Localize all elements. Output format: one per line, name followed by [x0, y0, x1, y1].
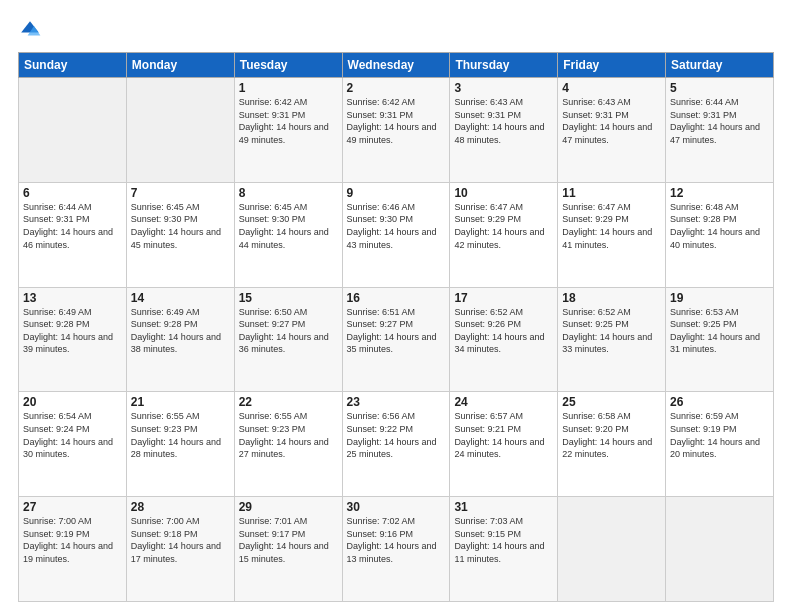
calendar-cell: 7Sunrise: 6:45 AMSunset: 9:30 PMDaylight… — [126, 182, 234, 287]
day-info: Sunrise: 7:01 AMSunset: 9:17 PMDaylight:… — [239, 516, 329, 564]
weekday-header-saturday: Saturday — [666, 53, 774, 78]
day-info: Sunrise: 6:54 AMSunset: 9:24 PMDaylight:… — [23, 411, 113, 459]
calendar-cell: 14Sunrise: 6:49 AMSunset: 9:28 PMDayligh… — [126, 287, 234, 392]
day-info: Sunrise: 6:57 AMSunset: 9:21 PMDaylight:… — [454, 411, 544, 459]
weekday-header-tuesday: Tuesday — [234, 53, 342, 78]
day-info: Sunrise: 6:44 AMSunset: 9:31 PMDaylight:… — [670, 97, 760, 145]
day-info: Sunrise: 6:46 AMSunset: 9:30 PMDaylight:… — [347, 202, 437, 250]
day-number: 12 — [670, 186, 769, 200]
day-info: Sunrise: 6:55 AMSunset: 9:23 PMDaylight:… — [131, 411, 221, 459]
calendar-cell: 9Sunrise: 6:46 AMSunset: 9:30 PMDaylight… — [342, 182, 450, 287]
day-info: Sunrise: 6:43 AMSunset: 9:31 PMDaylight:… — [562, 97, 652, 145]
day-info: Sunrise: 7:00 AMSunset: 9:19 PMDaylight:… — [23, 516, 113, 564]
calendar-cell: 26Sunrise: 6:59 AMSunset: 9:19 PMDayligh… — [666, 392, 774, 497]
day-info: Sunrise: 6:52 AMSunset: 9:25 PMDaylight:… — [562, 307, 652, 355]
calendar-cell — [19, 78, 127, 183]
day-number: 16 — [347, 291, 446, 305]
calendar-cell: 21Sunrise: 6:55 AMSunset: 9:23 PMDayligh… — [126, 392, 234, 497]
calendar-week-2: 6Sunrise: 6:44 AMSunset: 9:31 PMDaylight… — [19, 182, 774, 287]
day-info: Sunrise: 6:44 AMSunset: 9:31 PMDaylight:… — [23, 202, 113, 250]
calendar-header-row: SundayMondayTuesdayWednesdayThursdayFrid… — [19, 53, 774, 78]
logo-icon — [18, 18, 42, 42]
day-number: 17 — [454, 291, 553, 305]
day-info: Sunrise: 6:50 AMSunset: 9:27 PMDaylight:… — [239, 307, 329, 355]
calendar-cell: 17Sunrise: 6:52 AMSunset: 9:26 PMDayligh… — [450, 287, 558, 392]
calendar-cell: 3Sunrise: 6:43 AMSunset: 9:31 PMDaylight… — [450, 78, 558, 183]
day-info: Sunrise: 6:59 AMSunset: 9:19 PMDaylight:… — [670, 411, 760, 459]
day-info: Sunrise: 6:45 AMSunset: 9:30 PMDaylight:… — [131, 202, 221, 250]
calendar-cell: 20Sunrise: 6:54 AMSunset: 9:24 PMDayligh… — [19, 392, 127, 497]
calendar-cell: 8Sunrise: 6:45 AMSunset: 9:30 PMDaylight… — [234, 182, 342, 287]
calendar-cell: 13Sunrise: 6:49 AMSunset: 9:28 PMDayligh… — [19, 287, 127, 392]
calendar-cell — [126, 78, 234, 183]
day-number: 30 — [347, 500, 446, 514]
calendar-cell: 30Sunrise: 7:02 AMSunset: 9:16 PMDayligh… — [342, 497, 450, 602]
day-number: 8 — [239, 186, 338, 200]
calendar-cell: 28Sunrise: 7:00 AMSunset: 9:18 PMDayligh… — [126, 497, 234, 602]
day-number: 31 — [454, 500, 553, 514]
calendar-week-4: 20Sunrise: 6:54 AMSunset: 9:24 PMDayligh… — [19, 392, 774, 497]
calendar-cell: 1Sunrise: 6:42 AMSunset: 9:31 PMDaylight… — [234, 78, 342, 183]
day-number: 6 — [23, 186, 122, 200]
calendar-cell: 18Sunrise: 6:52 AMSunset: 9:25 PMDayligh… — [558, 287, 666, 392]
calendar-cell: 31Sunrise: 7:03 AMSunset: 9:15 PMDayligh… — [450, 497, 558, 602]
calendar: SundayMondayTuesdayWednesdayThursdayFrid… — [18, 52, 774, 602]
calendar-cell: 4Sunrise: 6:43 AMSunset: 9:31 PMDaylight… — [558, 78, 666, 183]
calendar-cell: 6Sunrise: 6:44 AMSunset: 9:31 PMDaylight… — [19, 182, 127, 287]
calendar-cell: 19Sunrise: 6:53 AMSunset: 9:25 PMDayligh… — [666, 287, 774, 392]
day-number: 20 — [23, 395, 122, 409]
day-number: 22 — [239, 395, 338, 409]
weekday-header-sunday: Sunday — [19, 53, 127, 78]
day-number: 1 — [239, 81, 338, 95]
day-info: Sunrise: 6:52 AMSunset: 9:26 PMDaylight:… — [454, 307, 544, 355]
calendar-cell — [558, 497, 666, 602]
calendar-cell: 29Sunrise: 7:01 AMSunset: 9:17 PMDayligh… — [234, 497, 342, 602]
logo — [18, 18, 46, 42]
day-number: 7 — [131, 186, 230, 200]
day-number: 27 — [23, 500, 122, 514]
day-number: 25 — [562, 395, 661, 409]
day-info: Sunrise: 7:00 AMSunset: 9:18 PMDaylight:… — [131, 516, 221, 564]
day-info: Sunrise: 6:53 AMSunset: 9:25 PMDaylight:… — [670, 307, 760, 355]
day-number: 14 — [131, 291, 230, 305]
day-info: Sunrise: 6:47 AMSunset: 9:29 PMDaylight:… — [562, 202, 652, 250]
day-number: 5 — [670, 81, 769, 95]
calendar-cell — [666, 497, 774, 602]
day-number: 23 — [347, 395, 446, 409]
day-info: Sunrise: 6:42 AMSunset: 9:31 PMDaylight:… — [239, 97, 329, 145]
header — [18, 18, 774, 42]
day-info: Sunrise: 6:49 AMSunset: 9:28 PMDaylight:… — [23, 307, 113, 355]
calendar-week-1: 1Sunrise: 6:42 AMSunset: 9:31 PMDaylight… — [19, 78, 774, 183]
day-number: 10 — [454, 186, 553, 200]
day-number: 26 — [670, 395, 769, 409]
day-info: Sunrise: 6:47 AMSunset: 9:29 PMDaylight:… — [454, 202, 544, 250]
day-number: 4 — [562, 81, 661, 95]
day-number: 11 — [562, 186, 661, 200]
day-info: Sunrise: 7:03 AMSunset: 9:15 PMDaylight:… — [454, 516, 544, 564]
day-number: 13 — [23, 291, 122, 305]
weekday-header-wednesday: Wednesday — [342, 53, 450, 78]
day-info: Sunrise: 6:42 AMSunset: 9:31 PMDaylight:… — [347, 97, 437, 145]
day-number: 19 — [670, 291, 769, 305]
day-number: 15 — [239, 291, 338, 305]
day-info: Sunrise: 6:45 AMSunset: 9:30 PMDaylight:… — [239, 202, 329, 250]
day-info: Sunrise: 6:51 AMSunset: 9:27 PMDaylight:… — [347, 307, 437, 355]
calendar-cell: 15Sunrise: 6:50 AMSunset: 9:27 PMDayligh… — [234, 287, 342, 392]
calendar-cell: 27Sunrise: 7:00 AMSunset: 9:19 PMDayligh… — [19, 497, 127, 602]
calendar-cell: 11Sunrise: 6:47 AMSunset: 9:29 PMDayligh… — [558, 182, 666, 287]
day-number: 3 — [454, 81, 553, 95]
calendar-cell: 23Sunrise: 6:56 AMSunset: 9:22 PMDayligh… — [342, 392, 450, 497]
weekday-header-thursday: Thursday — [450, 53, 558, 78]
calendar-week-3: 13Sunrise: 6:49 AMSunset: 9:28 PMDayligh… — [19, 287, 774, 392]
day-info: Sunrise: 6:49 AMSunset: 9:28 PMDaylight:… — [131, 307, 221, 355]
day-number: 28 — [131, 500, 230, 514]
calendar-week-5: 27Sunrise: 7:00 AMSunset: 9:19 PMDayligh… — [19, 497, 774, 602]
calendar-cell: 25Sunrise: 6:58 AMSunset: 9:20 PMDayligh… — [558, 392, 666, 497]
calendar-cell: 16Sunrise: 6:51 AMSunset: 9:27 PMDayligh… — [342, 287, 450, 392]
calendar-cell: 10Sunrise: 6:47 AMSunset: 9:29 PMDayligh… — [450, 182, 558, 287]
day-info: Sunrise: 6:48 AMSunset: 9:28 PMDaylight:… — [670, 202, 760, 250]
day-number: 9 — [347, 186, 446, 200]
calendar-cell: 12Sunrise: 6:48 AMSunset: 9:28 PMDayligh… — [666, 182, 774, 287]
day-number: 21 — [131, 395, 230, 409]
weekday-header-monday: Monday — [126, 53, 234, 78]
